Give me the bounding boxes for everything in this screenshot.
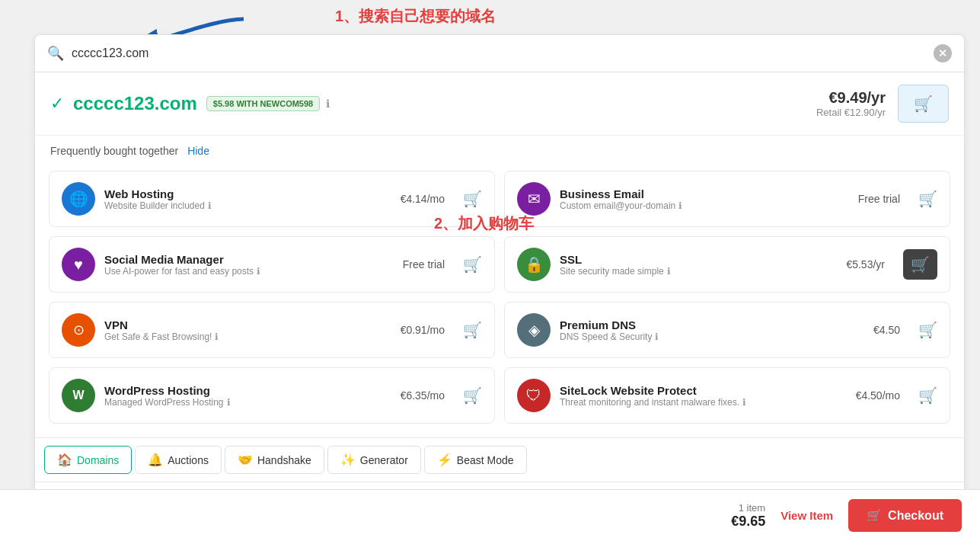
ssl-name: SSL <box>560 253 837 266</box>
business-email-price: Free trial <box>858 193 900 205</box>
vpn-info-icon[interactable]: ℹ <box>215 331 219 342</box>
search-icon: 🔍 <box>47 45 64 62</box>
view-item-link[interactable]: View Item <box>780 509 833 522</box>
product-card-premium-dns: ◈ Premium DNS DNS Speed & Security ℹ €4.… <box>504 302 950 358</box>
premium-dns-icon: ◈ <box>517 313 551 347</box>
main-content: 🔍 ✕ ✓ ccccc123.com $5.98 WITH NEWCOM598 … <box>34 34 965 511</box>
sitelock-add-to-cart[interactable]: 🛒 <box>918 386 937 405</box>
social-media-info: Social Media Manager Use AI-power for fa… <box>104 253 394 277</box>
web-hosting-info-icon[interactable]: ℹ <box>208 200 212 211</box>
social-media-icon: ♥ <box>62 248 95 281</box>
tab-generator[interactable]: ✨ Generator <box>327 446 421 474</box>
search-clear-button[interactable]: ✕ <box>934 44 952 62</box>
fbt-header: Frequently bought together Hide <box>35 136 964 166</box>
ssl-desc: Site security made simple ℹ <box>560 266 837 277</box>
premium-dns-info: Premium DNS DNS Speed & Security ℹ <box>560 319 864 342</box>
premium-dns-name: Premium DNS <box>560 319 864 331</box>
domain-name: ccccc123.com <box>73 93 197 114</box>
product-card-sitelock: 🛡 SiteLock Website Protect Threat monito… <box>504 367 950 424</box>
web-hosting-price: €4.14/mo <box>401 193 445 205</box>
ssl-icon: 🔒 <box>517 248 551 281</box>
social-media-add-to-cart[interactable]: 🛒 <box>463 255 482 274</box>
tab-auctions[interactable]: 🔔 Auctions <box>135 446 222 474</box>
vpn-icon: ⊙ <box>62 313 95 347</box>
domain-check-icon: ✓ <box>50 94 64 114</box>
sitelock-info: SiteLock Website Protect Threat monitori… <box>560 384 847 408</box>
auctions-tab-icon: 🔔 <box>148 453 163 467</box>
tab-domains-label: Domains <box>77 454 119 466</box>
premium-dns-desc: DNS Speed & Security ℹ <box>560 331 864 342</box>
social-media-desc: Use AI-power for fast and easy posts ℹ <box>104 266 394 277</box>
domain-result: ✓ ccccc123.com $5.98 WITH NEWCOM598 ℹ €9… <box>35 72 964 136</box>
domain-retail-price: Retail €12.90/yr <box>816 107 886 118</box>
ssl-info: SSL Site security made simple ℹ <box>560 253 837 277</box>
sitelock-info-icon[interactable]: ℹ <box>742 397 746 408</box>
domain-info-icon[interactable]: ℹ <box>326 98 330 110</box>
generator-tab-icon: ✨ <box>340 453 356 467</box>
business-email-info-icon[interactable]: ℹ <box>678 200 682 211</box>
annotation-text-2: 2、加入购物车 <box>434 213 534 234</box>
domain-add-to-cart-button[interactable]: 🛒 <box>898 85 949 123</box>
product-card-business-email: ✉ Business Email Custom email@your-domai… <box>504 171 950 227</box>
premium-dns-add-to-cart[interactable]: 🛒 <box>918 321 937 339</box>
footer-total: €9.65 <box>731 514 765 530</box>
business-email-info: Business Email Custom email@your-domain … <box>560 187 849 211</box>
product-card-social-media: ♥ Social Media Manager Use AI-power for … <box>49 236 495 293</box>
wordpress-add-to-cart[interactable]: 🛒 <box>463 386 482 405</box>
fbt-hide-link[interactable]: Hide <box>187 145 209 157</box>
premium-dns-info-icon[interactable]: ℹ <box>655 331 659 342</box>
product-grid: 🌐 Web Hosting Website Builder included ℹ… <box>35 166 964 437</box>
search-input[interactable] <box>72 46 934 60</box>
tab-beast-mode[interactable]: ⚡ Beast Mode <box>424 446 527 474</box>
web-hosting-desc: Website Builder included ℹ <box>104 200 391 211</box>
product-card-wordpress: W WordPress Hosting Managed WordPress Ho… <box>49 367 495 424</box>
wordpress-icon: W <box>62 379 95 412</box>
business-email-name: Business Email <box>560 187 849 200</box>
ssl-add-to-cart[interactable]: 🛒 <box>903 249 937 280</box>
tab-handshake[interactable]: 🤝 Handshake <box>225 446 324 474</box>
vpn-name: VPN <box>104 319 391 331</box>
checkout-button[interactable]: 🛒 Checkout <box>848 499 962 532</box>
wordpress-price: €6.35/mo <box>401 389 445 402</box>
social-media-price: Free trial <box>403 258 445 270</box>
tabs-bar: 🏠 Domains 🔔 Auctions 🤝 Handshake ✨ Gener… <box>35 437 964 482</box>
vpn-price: €0.91/mo <box>401 324 445 336</box>
domains-tab-icon: 🏠 <box>57 453 72 467</box>
tab-generator-label: Generator <box>360 454 408 466</box>
tab-beast-mode-label: Beast Mode <box>457 454 514 466</box>
web-hosting-info: Web Hosting Website Builder included ℹ <box>104 187 391 211</box>
annotation-text-1: 1、搜索自己想要的域名 <box>335 6 496 27</box>
product-card-vpn: ⊙ VPN Get Safe & Fast Browsing! ℹ €0.91/… <box>49 302 495 358</box>
search-bar: 🔍 ✕ <box>35 35 964 72</box>
web-hosting-name: Web Hosting <box>104 187 391 200</box>
domain-price: €9.49/yr <box>816 89 886 107</box>
sitelock-icon: 🛡 <box>517 379 551 412</box>
wordpress-info: WordPress Hosting Managed WordPress Host… <box>104 384 391 408</box>
wordpress-desc: Managed WordPress Hosting ℹ <box>104 397 391 408</box>
footer-item-count: 1 item <box>731 502 765 514</box>
handshake-tab-icon: 🤝 <box>238 453 253 467</box>
tab-auctions-label: Auctions <box>168 454 209 466</box>
product-card-web-hosting: 🌐 Web Hosting Website Builder included ℹ… <box>49 171 495 227</box>
beast-mode-tab-icon: ⚡ <box>437 453 452 467</box>
web-hosting-icon: 🌐 <box>62 182 95 216</box>
ssl-info-icon[interactable]: ℹ <box>667 266 671 277</box>
business-email-icon: ✉ <box>517 182 551 216</box>
business-email-desc: Custom email@your-domain ℹ <box>560 200 849 211</box>
wordpress-info-icon[interactable]: ℹ <box>227 397 231 408</box>
social-media-info-icon[interactable]: ℹ <box>257 266 260 277</box>
sitelock-price: €4.50/mo <box>856 389 900 402</box>
footer-summary: 1 item €9.65 <box>731 502 765 530</box>
premium-dns-price: €4.50 <box>873 324 900 336</box>
footer-bar: 1 item €9.65 View Item 🛒 Checkout <box>0 489 980 541</box>
promo-badge: $5.98 WITH NEWCOM598 <box>206 96 320 111</box>
wordpress-name: WordPress Hosting <box>104 384 391 397</box>
vpn-add-to-cart[interactable]: 🛒 <box>463 321 482 339</box>
domain-price-area: €9.49/yr Retail €12.90/yr <box>816 89 886 118</box>
web-hosting-add-to-cart[interactable]: 🛒 <box>463 190 482 208</box>
social-media-name: Social Media Manager <box>104 253 394 266</box>
ssl-price: €5.53/yr <box>846 258 885 270</box>
checkout-label: Checkout <box>888 509 943 523</box>
tab-domains[interactable]: 🏠 Domains <box>44 446 132 474</box>
business-email-add-to-cart[interactable]: 🛒 <box>918 190 937 208</box>
